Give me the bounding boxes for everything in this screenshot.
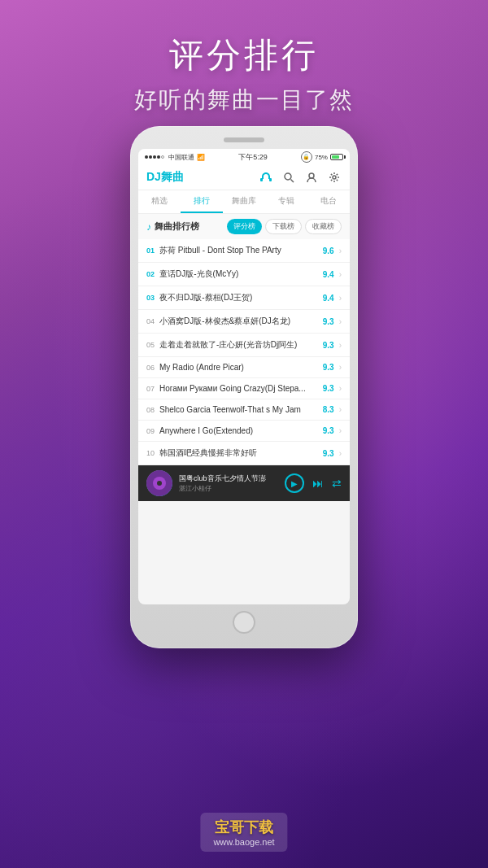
battery-icon <box>330 154 343 160</box>
page-title-area: 评分排行 好听的舞曲一目了然 <box>0 0 488 116</box>
tab-paihang[interactable]: 排行 <box>181 190 223 213</box>
track-score: 9.3 <box>323 317 334 326</box>
track-item[interactable]: 06 My Radio (Andre Picar) 9.3 › <box>138 357 350 378</box>
headphone-icon[interactable] <box>259 170 273 185</box>
chevron-right-icon: › <box>339 294 342 303</box>
section-header: ♪ 舞曲排行榜 评分榜 下载榜 收藏榜 <box>138 214 350 239</box>
track-item[interactable]: 04 小酒窝DJ版-林俊杰&蔡卓妍(DJ名龙) 9.3 › <box>138 310 350 334</box>
chevron-right-icon: › <box>339 363 342 372</box>
svg-point-4 <box>309 173 314 178</box>
track-item[interactable]: 03 夜不归DJ版-蔡桓(DJ王贺) 9.4 › <box>138 286 350 310</box>
page-title-sub: 好听的舞曲一目了然 <box>0 85 488 116</box>
track-score: 9.3 <box>323 449 334 458</box>
svg-line-3 <box>291 180 294 183</box>
lock-icon: 🔒 <box>301 151 312 163</box>
track-score: 9.3 <box>323 341 334 350</box>
carrier-label: 中国联通 <box>168 153 194 162</box>
track-score: 9.3 <box>323 384 334 393</box>
chevron-right-icon: › <box>339 246 342 255</box>
battery-percent: 75% <box>315 154 328 161</box>
track-name: 韩国酒吧经典慢摇非常好听 <box>159 447 323 459</box>
track-number: 04 <box>146 317 159 325</box>
music-note-icon: ♪ <box>146 221 151 233</box>
player-title: 国粤club音乐七夕情人节澎 <box>179 473 278 484</box>
phone-screen: 中国联通 📶 下午5:29 🔒 75% DJ舞曲 <box>138 149 350 604</box>
svg-rect-1 <box>269 178 272 181</box>
track-info: 苏荷 Pitbull - Dont Stop The PArty <box>159 245 323 256</box>
clock: 下午5:29 <box>238 152 268 163</box>
nav-tabs: 精选 排行 舞曲库 专辑 电台 <box>138 190 350 214</box>
chevron-right-icon: › <box>339 270 342 279</box>
track-score: 9.3 <box>323 426 334 435</box>
btn-collect-rank[interactable]: 收藏榜 <box>305 219 342 234</box>
track-name: 夜不归DJ版-蔡桓(DJ王贺) <box>159 292 323 303</box>
chevron-right-icon: › <box>339 341 342 350</box>
track-info: 韩国酒吧经典慢摇非常好听 <box>159 447 323 459</box>
watermark: 宝哥下载 www.baoge.net <box>200 813 287 852</box>
track-name: Anywhere I Go(Extended) <box>159 426 323 435</box>
track-info: Anywhere I Go(Extended) <box>159 426 323 435</box>
chevron-right-icon: › <box>339 449 342 458</box>
section-buttons: 评分榜 下载榜 收藏榜 <box>227 219 342 234</box>
track-name: Ногами Руками Going Crazy(Dj Stepa... <box>159 384 323 393</box>
track-name: Shelco Garcia Teenwolf-That s My Jam <box>159 405 323 414</box>
play-button[interactable]: ▶ <box>285 473 304 493</box>
track-number: 02 <box>146 270 159 278</box>
tab-zhuanji[interactable]: 专辑 <box>265 190 307 213</box>
track-score: 8.3 <box>323 405 334 414</box>
svg-point-5 <box>333 176 336 179</box>
watermark-url: www.baoge.net <box>213 837 274 847</box>
status-bar: 中国联通 📶 下午5:29 🔒 75% <box>138 149 350 165</box>
track-info: 夜不归DJ版-蔡桓(DJ王贺) <box>159 292 323 303</box>
page-title-main: 评分排行 <box>0 33 488 78</box>
btn-score-rank[interactable]: 评分榜 <box>227 219 262 234</box>
tab-diantai[interactable]: 电台 <box>307 190 350 213</box>
track-number: 09 <box>146 427 159 435</box>
track-item[interactable]: 01 苏荷 Pitbull - Dont Stop The PArty 9.6 … <box>138 239 350 263</box>
track-item[interactable]: 07 Ногами Руками Going Crazy(Dj Stepa...… <box>138 378 350 399</box>
phone-home-button[interactable] <box>233 611 255 634</box>
track-number: 10 <box>146 449 159 457</box>
track-score: 9.3 <box>323 363 334 372</box>
phone-speaker <box>224 137 264 142</box>
track-item[interactable]: 10 韩国酒吧经典慢摇非常好听 9.3 › <box>138 442 350 465</box>
player-controls: ▶ ⏭ ⇄ <box>285 473 342 493</box>
track-info: Shelco Garcia Teenwolf-That s My Jam <box>159 405 323 414</box>
btn-download-rank[interactable]: 下载榜 <box>265 219 302 234</box>
track-name: 走着走着就散了-庄心妍(光音坊Dj阿生) <box>159 339 323 351</box>
track-number: 07 <box>146 385 159 393</box>
chevron-right-icon: › <box>339 317 342 326</box>
tab-jingxuan[interactable]: 精选 <box>138 190 181 213</box>
track-list: 01 苏荷 Pitbull - Dont Stop The PArty 9.6 … <box>138 239 350 465</box>
player-thumbnail <box>146 470 172 496</box>
chevron-right-icon: › <box>339 405 342 414</box>
track-item[interactable]: 08 Shelco Garcia Teenwolf-That s My Jam … <box>138 399 350 421</box>
shuffle-button[interactable]: ⇄ <box>332 477 342 490</box>
chevron-right-icon: › <box>339 384 342 393</box>
tab-wuquku[interactable]: 舞曲库 <box>223 190 265 213</box>
svg-rect-0 <box>260 178 263 181</box>
chevron-right-icon: › <box>339 426 342 435</box>
track-number: 03 <box>146 294 159 302</box>
track-name: 苏荷 Pitbull - Dont Stop The PArty <box>159 245 323 256</box>
track-info: Ногами Руками Going Crazy(Dj Stepa... <box>159 384 323 393</box>
phone-mockup: 中国联通 📶 下午5:29 🔒 75% DJ舞曲 <box>130 126 358 648</box>
track-item[interactable]: 09 Anywhere I Go(Extended) 9.3 › <box>138 421 350 442</box>
user-icon[interactable] <box>304 170 319 185</box>
track-info: My Radio (Andre Picar) <box>159 363 323 372</box>
player-info: 国粤club音乐七夕情人节澎 湛江小桂仔 <box>179 473 278 493</box>
track-info: 童话DJ版-光良(McYy) <box>159 268 323 280</box>
track-number: 01 <box>146 246 159 255</box>
track-name: 小酒窝DJ版-林俊杰&蔡卓妍(DJ名龙) <box>159 316 323 327</box>
track-item[interactable]: 02 童话DJ版-光良(McYy) 9.4 › <box>138 263 350 286</box>
player-bar: 国粤club音乐七夕情人节澎 湛江小桂仔 ▶ ⏭ ⇄ <box>138 465 350 501</box>
wifi-icon: 📶 <box>197 154 205 161</box>
track-score: 9.4 <box>323 294 334 303</box>
search-icon[interactable] <box>281 170 296 185</box>
track-score: 9.4 <box>323 270 334 279</box>
app-title: DJ舞曲 <box>146 170 184 185</box>
track-item[interactable]: 05 走着走着就散了-庄心妍(光音坊Dj阿生) 9.3 › <box>138 334 350 357</box>
track-name: My Radio (Andre Picar) <box>159 363 323 372</box>
next-button[interactable]: ⏭ <box>312 477 324 490</box>
settings-icon[interactable] <box>327 170 342 185</box>
